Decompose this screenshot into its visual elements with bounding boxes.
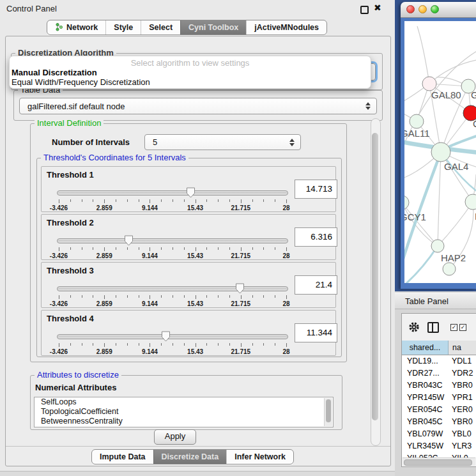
minimize-traffic-light-icon[interactable] <box>418 5 427 13</box>
table-data-value: galFiltered.sif default node <box>27 102 125 111</box>
threshold-row-4: Threshold 4-3.4262.8599.14415.4321.71528… <box>41 310 336 356</box>
table-row[interactable]: YBR045CYBR0 <box>402 416 476 428</box>
slider-tick-labels: -3.4262.8599.14415.4321.71528 <box>59 348 286 355</box>
network-canvas[interactable]: GAL80G.CGAL11GAL4GCY1HHAP2 <box>404 21 476 283</box>
apply-button[interactable]: Apply <box>154 429 196 445</box>
columns-icon[interactable] <box>427 322 439 333</box>
panel-vertical-scrollbar[interactable] <box>371 118 381 446</box>
column-header-shared-name[interactable]: shared... <box>402 341 449 355</box>
threshold-value-field[interactable]: 11.344 <box>295 323 337 342</box>
tab-infer-network[interactable]: Infer Network <box>226 450 293 464</box>
table-panel: ✓ ✓ shared... na YDL19...YDL1YDR27...YDR… <box>401 313 476 467</box>
threshold-slider[interactable]: -3.4262.8599.14415.4321.71528 <box>57 283 288 307</box>
gear-icon[interactable] <box>408 321 420 333</box>
checkbox-icon[interactable]: ✓ <box>459 324 466 331</box>
scrollbar-thumb[interactable] <box>372 133 378 420</box>
control-panel-window: Control Panel ✖ NetworkStyleSelectCyni T… <box>0 0 395 472</box>
slider-handle[interactable] <box>186 187 196 198</box>
network-icon <box>55 22 63 33</box>
table-column-headers: shared... na <box>402 341 476 355</box>
close-traffic-light-icon[interactable] <box>406 5 415 13</box>
slider-track[interactable] <box>57 286 288 291</box>
table-row[interactable]: YBL079WYBL0 <box>402 428 476 440</box>
network-node-gal80[interactable] <box>422 77 436 91</box>
threshold-row-1: Threshold 1-3.4262.8599.14415.4321.71528… <box>41 166 336 212</box>
network-node-label: GAL11 <box>404 128 430 139</box>
slider-ticks <box>59 247 286 252</box>
tick-label: 28 <box>282 348 289 355</box>
network-window-titlebar[interactable] <box>401 2 476 18</box>
network-node[interactable] <box>443 263 456 275</box>
zoom-traffic-light-icon[interactable] <box>431 5 439 13</box>
threshold-label: Threshold 1 <box>47 170 94 180</box>
slider-handle[interactable] <box>235 283 245 294</box>
threshold-value-field[interactable]: 14.713 <box>295 180 337 199</box>
screen: Control Panel ✖ NetworkStyleSelectCyni T… <box>0 0 476 476</box>
num-intervals-combobox[interactable]: 5 <box>144 134 301 150</box>
tab-network[interactable]: Network <box>47 20 105 35</box>
tick-label: -3.426 <box>50 204 68 211</box>
table-row[interactable]: YBR043CYBR0 <box>402 380 476 392</box>
network-node-hap2[interactable] <box>431 240 444 252</box>
table-row[interactable]: YIL052CYIL0 <box>402 452 476 457</box>
threshold-slider[interactable]: -3.4262.8599.14415.4321.71528 <box>57 235 288 259</box>
table-row[interactable]: YLR345WYLR3 <box>402 440 476 452</box>
cell-name: YBL0 <box>448 428 476 440</box>
cell-name: YDL1 <box>448 355 476 367</box>
cell-shared-name: YDL19... <box>402 355 448 367</box>
network-node-gal4[interactable] <box>431 142 450 162</box>
network-node-gcy1[interactable] <box>404 196 409 210</box>
network-node-h[interactable] <box>465 194 476 210</box>
table-row[interactable]: YDR27...YDR2 <box>402 367 476 380</box>
network-node-gal11[interactable] <box>410 114 424 128</box>
table-data-combobox[interactable]: galFiltered.sif default node <box>19 98 377 114</box>
dropdown-item-manual-discretization[interactable]: Manual Discretization <box>10 68 371 77</box>
list-item-betweennesscentrality[interactable]: BetweennessCentrality <box>35 417 333 426</box>
float-window-icon[interactable] <box>360 6 369 14</box>
dropdown-item-equal-width[interactable]: Equal Width/Frequency Discretization <box>10 77 371 87</box>
threshold-slider[interactable]: -3.4262.8599.14415.4321.71528 <box>57 331 288 355</box>
tab-select[interactable]: Select <box>141 20 180 35</box>
threshold-value-field[interactable]: 6.316 <box>295 227 337 247</box>
dropdown-prompt-item[interactable]: Select algorithm to view settings <box>10 58 371 68</box>
tab-cyni-toolbox[interactable]: Cyni Toolbox <box>180 20 246 35</box>
tick-label: 9.144 <box>142 252 158 259</box>
table-row[interactable]: YER054CYER0 <box>402 404 476 416</box>
list-item-selfloops[interactable]: SelfLoops <box>35 397 333 407</box>
tick-label: 28 <box>282 204 289 211</box>
table-row[interactable]: YDL19...YDL1 <box>402 355 476 367</box>
threshold-label: Threshold 3 <box>47 266 94 275</box>
tab-discretize-data[interactable]: Discretize Data <box>153 450 227 464</box>
tick-label: 2.859 <box>96 348 112 355</box>
table-horizontal-scrollbar[interactable] <box>403 457 475 466</box>
numerical-attributes-list[interactable]: SelfLoopsTopologicalCoefficientBetweenne… <box>34 397 334 427</box>
threshold-slider[interactable]: -3.4262.8599.14415.4321.71528 <box>57 187 288 211</box>
list-item-topologicalcoefficient[interactable]: TopologicalCoefficient <box>35 407 333 417</box>
slider-handle[interactable] <box>124 235 134 246</box>
tick-label: 9.144 <box>142 204 158 211</box>
slider-ticks <box>59 343 286 348</box>
close-icon[interactable]: ✖ <box>374 3 381 13</box>
slider-track[interactable] <box>57 334 288 339</box>
table-row[interactable]: YPR145WYPR1 <box>402 392 476 404</box>
list-vertical-scrollbar[interactable] <box>324 398 332 426</box>
cell-name: YPR1 <box>448 392 476 404</box>
control-panel-tab-bar: NetworkStyleSelectCyni ToolboxjActiveMNo… <box>47 20 327 35</box>
network-edge <box>438 152 441 246</box>
checkbox-icon[interactable]: ✓ <box>450 324 457 331</box>
network-node-label: GAL80 <box>431 89 461 100</box>
scrollbar-thumb[interactable] <box>404 459 472 466</box>
tab-jactivemnodules[interactable]: jActiveMNodules <box>246 20 326 35</box>
slider-track[interactable] <box>57 238 288 243</box>
slider-track[interactable] <box>57 190 288 196</box>
tab-impute-data[interactable]: Impute Data <box>92 450 153 464</box>
cell-shared-name: YPR145W <box>402 392 448 404</box>
threshold-value-field[interactable]: 21.4 <box>295 275 337 295</box>
tab-style[interactable]: Style <box>105 20 141 35</box>
cell-name: YBR0 <box>448 380 476 392</box>
cell-name: YIL0 <box>448 452 476 457</box>
column-header-name[interactable]: na <box>449 341 476 355</box>
slider-handle[interactable] <box>161 331 171 342</box>
scrollbar-thumb[interactable] <box>326 399 331 422</box>
threshold-label: Threshold 2 <box>47 218 94 227</box>
